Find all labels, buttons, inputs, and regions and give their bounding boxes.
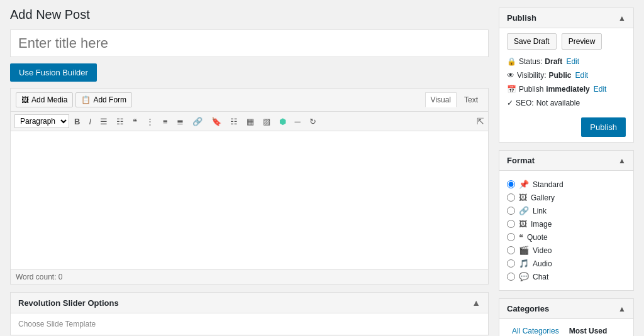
format-radio-gallery[interactable] bbox=[507, 193, 515, 202]
format-option-image[interactable]: 🖼Image bbox=[507, 219, 626, 229]
format-label-quote: Quote bbox=[527, 233, 548, 242]
fusion-builder-button[interactable]: Use Fusion Builder bbox=[10, 63, 97, 82]
rev-slider-placeholder: Choose Slide Template bbox=[18, 320, 96, 328]
rev-slider-collapse-button[interactable]: ▲ bbox=[472, 298, 480, 308]
categories-collapse-icon: ▲ bbox=[618, 305, 626, 313]
format-icon-standard: 📌 bbox=[519, 180, 529, 189]
visual-tab[interactable]: Visual bbox=[425, 92, 457, 107]
media-icon: 🖼 bbox=[21, 95, 29, 104]
format-radio-standard[interactable] bbox=[507, 180, 515, 188]
format-icon-gallery: 🖼 bbox=[519, 193, 527, 202]
fusion-icon-button[interactable]: ⬢ bbox=[275, 115, 290, 128]
format-label-link: Link bbox=[533, 207, 547, 215]
format-options-list: 📌Standard🖼Gallery🔗Link🖼Image❝Quote🎬Video… bbox=[507, 176, 626, 285]
align-center-button[interactable]: ≡ bbox=[159, 115, 172, 128]
format-option-audio[interactable]: 🎵Audio bbox=[507, 259, 626, 268]
align-right-button[interactable]: ≣ bbox=[173, 115, 187, 128]
status-value: Draft bbox=[545, 57, 562, 66]
status-icon: 🔒 bbox=[507, 57, 516, 66]
status-edit-link[interactable]: Edit bbox=[566, 57, 579, 66]
format-label-standard: Standard bbox=[533, 180, 564, 189]
format-icon-quote: ❝ bbox=[519, 232, 523, 242]
most-used-tab[interactable]: Most Used bbox=[564, 324, 613, 336]
insert-row-button[interactable]: ▦ bbox=[243, 115, 258, 128]
visibility-label: Visibility: bbox=[517, 71, 546, 80]
format-box-title: Format bbox=[507, 156, 535, 165]
seo-icon: ✓ bbox=[507, 99, 513, 107]
publish-label: Publish bbox=[519, 85, 543, 94]
align-left-button[interactable]: ⋮ bbox=[142, 115, 158, 128]
text-tab[interactable]: Text bbox=[459, 92, 483, 107]
ordered-list-button[interactable]: ☷ bbox=[113, 115, 128, 128]
format-option-chat[interactable]: 💬Chat bbox=[507, 272, 626, 281]
format-icon-image: 🖼 bbox=[519, 219, 527, 229]
paragraph-select[interactable]: Paragraph bbox=[14, 114, 69, 128]
undo-button[interactable]: ↻ bbox=[306, 115, 320, 128]
italic-button[interactable]: I bbox=[85, 115, 95, 128]
publish-time-edit-link[interactable]: Edit bbox=[594, 85, 607, 94]
format-icon-video: 🎬 bbox=[519, 246, 529, 255]
expand-editor-button[interactable]: ⇱ bbox=[477, 116, 484, 126]
link-button[interactable]: 🔗 bbox=[189, 115, 206, 128]
unordered-list-button[interactable]: ☰ bbox=[96, 115, 111, 128]
form-icon: 📋 bbox=[81, 95, 91, 104]
format-label-audio: Audio bbox=[533, 259, 552, 268]
insert-col-button[interactable]: ▨ bbox=[259, 115, 274, 128]
format-option-link[interactable]: 🔗Link bbox=[507, 206, 626, 215]
format-radio-link[interactable] bbox=[507, 207, 515, 215]
format-icon-link: 🔗 bbox=[519, 206, 529, 215]
format-collapse-icon: ▲ bbox=[618, 156, 626, 165]
format-option-video[interactable]: 🎬Video bbox=[507, 246, 626, 255]
visibility-edit-link[interactable]: Edit bbox=[575, 71, 588, 80]
seo-value: Not available bbox=[536, 99, 580, 107]
preview-button[interactable]: Preview bbox=[562, 33, 602, 50]
add-media-button[interactable]: 🖼 Add Media bbox=[16, 92, 73, 107]
add-form-button[interactable]: 📋 Add Form bbox=[75, 92, 132, 107]
visibility-value: Public bbox=[548, 71, 571, 80]
rev-slider-title: Revolution Slider Options bbox=[18, 298, 119, 308]
save-draft-button[interactable]: Save Draft bbox=[507, 33, 557, 50]
blockquote-button[interactable]: ❝ bbox=[129, 115, 141, 128]
format-radio-audio[interactable] bbox=[507, 259, 515, 268]
format-radio-video[interactable] bbox=[507, 246, 515, 254]
format-icon-chat: 💬 bbox=[519, 272, 529, 281]
bold-button[interactable]: B bbox=[70, 115, 84, 128]
publish-box-title: Publish bbox=[507, 13, 536, 23]
publish-collapse-icon: ▲ bbox=[618, 14, 626, 23]
format-option-quote[interactable]: ❝Quote bbox=[507, 232, 626, 242]
publish-time-icon: 📅 bbox=[507, 85, 516, 94]
format-radio-image[interactable] bbox=[507, 220, 515, 228]
insert-table-button[interactable]: ☷ bbox=[226, 115, 242, 128]
format-label-chat: Chat bbox=[533, 273, 548, 281]
format-option-standard[interactable]: 📌Standard bbox=[507, 180, 626, 189]
all-categories-tab[interactable]: All Categories bbox=[507, 324, 564, 336]
publish-when: immediately bbox=[546, 85, 589, 94]
format-radio-quote[interactable] bbox=[507, 233, 515, 241]
format-icon-audio: 🎵 bbox=[519, 259, 529, 268]
post-title-input[interactable] bbox=[10, 30, 489, 57]
publish-button[interactable]: Publish bbox=[581, 117, 626, 137]
categories-box-title: Categories bbox=[507, 304, 549, 313]
format-radio-chat[interactable] bbox=[507, 273, 515, 281]
page-title: Add New Post bbox=[10, 8, 489, 22]
seo-label: SEO: bbox=[516, 99, 534, 107]
visibility-icon: 👁 bbox=[507, 71, 514, 80]
insert-hr-button[interactable]: ─ bbox=[291, 115, 304, 128]
unlink-button[interactable]: 🔖 bbox=[208, 115, 225, 128]
word-count: Word count: 0 bbox=[16, 273, 62, 281]
format-option-gallery[interactable]: 🖼Gallery bbox=[507, 193, 626, 202]
format-label-video: Video bbox=[533, 246, 552, 255]
format-label-image: Image bbox=[531, 220, 552, 229]
editor-content-area[interactable] bbox=[11, 131, 488, 269]
format-label-gallery: Gallery bbox=[531, 193, 555, 202]
status-label: Status: bbox=[519, 57, 542, 66]
